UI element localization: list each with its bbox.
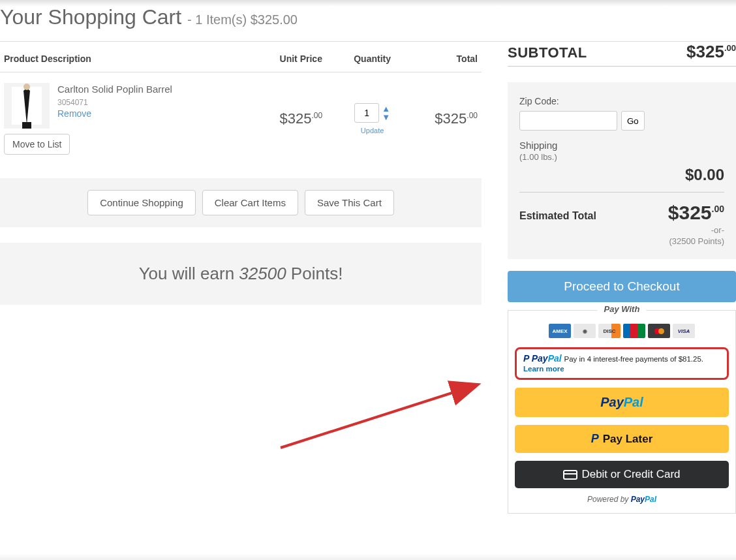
or-label: -or- (519, 225, 724, 235)
card-icons: AMEX ◉ DISC VISA (515, 324, 729, 338)
quantity-down-icon[interactable]: ▼ (382, 113, 390, 121)
unit-price: $325.00 (279, 110, 322, 127)
svg-rect-3 (22, 122, 31, 129)
product-thumbnail[interactable] (4, 83, 50, 129)
paywith-legend: Pay With (598, 304, 647, 314)
update-link[interactable]: Update (361, 127, 384, 134)
shipping-weight: (1.00 lbs.) (519, 152, 724, 162)
zip-input[interactable] (519, 111, 617, 131)
zip-label: Zip Code: (519, 96, 559, 106)
col-product: Product Description (0, 42, 263, 72)
shipping-label: Shipping (519, 140, 724, 151)
paypal-logo-icon: P PayPal (523, 353, 564, 364)
paypal-button[interactable]: PayPal (515, 388, 729, 417)
line-total: $325.00 (435, 110, 478, 127)
card-jcb-icon (623, 324, 645, 338)
subtotal-amount: $325.00 (686, 42, 736, 62)
card-outline-icon (563, 470, 577, 480)
paypal-paylater-button[interactable]: P Pay Later (515, 425, 729, 453)
checkout-button[interactable]: Proceed to Checkout (508, 271, 736, 302)
product-name[interactable]: Carlton Solid Poplin Barrel (57, 83, 172, 96)
remove-link[interactable]: Remove (57, 108, 91, 119)
move-to-list-button[interactable]: Move to List (4, 134, 70, 155)
paypal-message-callout: P PayPal Pay in 4 interest-free payments… (515, 347, 729, 380)
earn-points-text: You will earn 32500 Points! (0, 264, 482, 284)
card-diners-icon: ◉ (574, 324, 596, 338)
page-subtitle: - 1 Item(s) $325.00 (187, 12, 298, 27)
product-sku: 3054071 (57, 98, 172, 107)
quantity-input[interactable] (354, 103, 379, 123)
col-unit: Unit Price (263, 42, 339, 72)
subtotal-label: SUBTOTAL (508, 44, 587, 61)
paypal-mark-icon: P (591, 432, 599, 446)
shipping-amount: $0.00 (519, 166, 724, 193)
clear-cart-button[interactable]: Clear Cart Items (202, 190, 298, 215)
card-amex-icon: AMEX (549, 324, 571, 338)
zip-go-button[interactable]: Go (621, 111, 645, 131)
continue-shopping-button[interactable]: Continue Shopping (87, 190, 196, 215)
debit-credit-button[interactable]: Debit or Credit Card (515, 461, 729, 488)
card-discover-icon: DISC (598, 324, 621, 338)
card-mastercard-icon (648, 324, 670, 338)
paypal-learn-more-link[interactable]: Learn more (523, 365, 720, 373)
points-alt: (32500 Points) (519, 236, 724, 246)
estimated-label: Estimated Total (519, 210, 596, 222)
card-visa-icon: VISA (673, 324, 695, 338)
paypal-message-text: Pay in 4 interest-free payments of $81.2… (564, 355, 704, 363)
col-qty: Quantity (339, 42, 406, 72)
powered-by-paypal: Powered by PayPal (515, 495, 729, 504)
cart-row: Carlton Solid Poplin Barrel 3054071 Remo… (0, 72, 482, 166)
save-cart-button[interactable]: Save This Cart (305, 190, 394, 215)
svg-point-2 (23, 84, 30, 90)
col-total: Total (406, 42, 482, 72)
estimated-amount: $325.00 (668, 202, 724, 224)
